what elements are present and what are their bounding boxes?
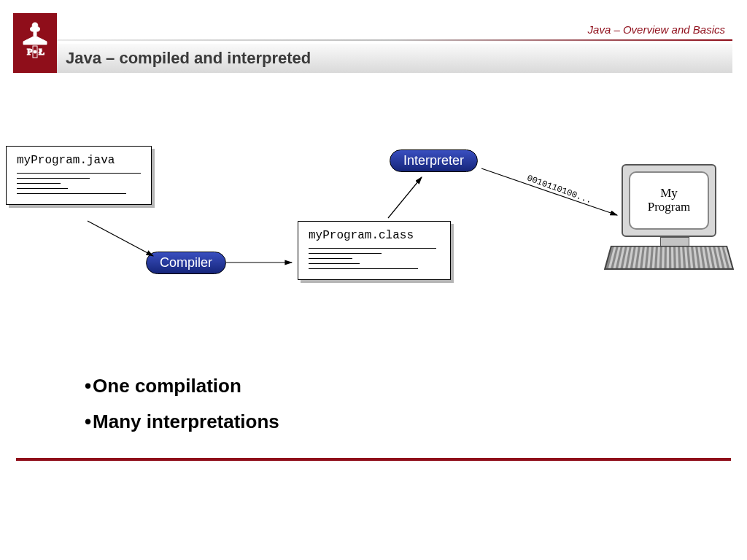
title-bar: Java – compiled and interpreted xyxy=(57,44,732,73)
footer-divider xyxy=(16,458,731,461)
svg-text:Ł: Ł xyxy=(39,47,44,57)
bytecode-stream-label: 0010110100... xyxy=(525,173,593,206)
interpreter-label: Interpreter xyxy=(403,153,464,168)
interpreter-node: Interpreter xyxy=(390,149,478,172)
breadcrumb: Java – Overview and Basics xyxy=(588,23,725,36)
svg-line-8 xyxy=(481,168,617,215)
class-file-box: myProgram.class xyxy=(298,221,451,280)
breadcrumb-text: Java – Overview and Basics xyxy=(588,23,725,36)
svg-line-7 xyxy=(388,177,422,218)
svg-line-5 xyxy=(88,221,153,256)
bullet-item: Many interpretations xyxy=(85,404,279,440)
bullet-list: One compilation Many interpretations xyxy=(85,368,279,440)
svg-text:P: P xyxy=(27,47,32,57)
bullet-item: One compilation xyxy=(85,368,279,404)
page-title: Java – compiled and interpreted xyxy=(66,49,311,68)
source-file-name: myProgram.java xyxy=(17,154,141,167)
program-output: My Program xyxy=(629,171,709,230)
class-file-name: myProgram.class xyxy=(309,229,440,242)
svg-point-4 xyxy=(34,50,36,53)
compilation-diagram: myProgram.java Compiler myProgram.class … xyxy=(0,142,747,332)
compiler-label: Compiler xyxy=(160,255,212,270)
svg-rect-0 xyxy=(34,31,36,36)
compiler-node: Compiler xyxy=(146,252,226,274)
institution-logo: P Ł xyxy=(13,13,57,73)
computer-icon: My Program xyxy=(622,164,727,272)
source-file-box: myProgram.java xyxy=(6,146,152,205)
header-divider xyxy=(57,39,732,41)
